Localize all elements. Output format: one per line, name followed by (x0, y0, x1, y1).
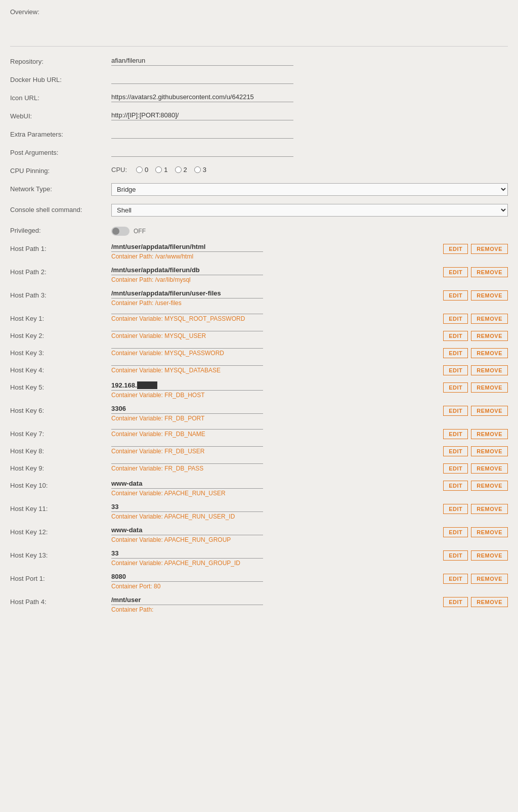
path-key-row: Host Key 6:3306Container Variable: FR_DB… (10, 402, 508, 425)
edit-button[interactable]: EDIT (443, 527, 468, 537)
path-key-sub: Container Variable: APACHE_RUN_GROUP (111, 536, 433, 543)
edit-button[interactable]: EDIT (443, 406, 468, 416)
docker-hub-url-input[interactable] (111, 74, 293, 84)
button-group: EDITREMOVE (443, 381, 508, 393)
path-key-sub: Container Variable: APACHE_RUN_GROUP_ID (111, 560, 433, 567)
webui-input[interactable] (111, 110, 293, 120)
button-group: EDITREMOVE (443, 573, 508, 584)
edit-button[interactable]: EDIT (443, 331, 468, 341)
extra-params-input[interactable] (111, 129, 293, 139)
webui-row: WebUI: (10, 106, 508, 124)
button-group: EDITREMOVE (443, 549, 508, 561)
remove-button[interactable]: REMOVE (471, 481, 508, 491)
edit-button[interactable]: EDIT (443, 481, 468, 491)
remove-button[interactable]: REMOVE (471, 348, 508, 358)
network-type-control: Bridge Shell (111, 183, 508, 196)
remove-button[interactable]: REMOVE (471, 504, 508, 514)
edit-button[interactable]: EDIT (443, 504, 468, 514)
network-type-select[interactable]: Bridge Shell (111, 183, 508, 196)
path-key-value (111, 445, 263, 447)
remove-button[interactable]: REMOVE (471, 406, 508, 416)
path-key-sub: Container Path: (111, 606, 433, 613)
path-key-row: Host Path 3:/mnt/user/appdata/filerun/us… (10, 286, 508, 310)
remove-button[interactable]: REMOVE (471, 597, 508, 607)
edit-button[interactable]: EDIT (443, 267, 468, 277)
privileged-row: Privileged: OFF (10, 221, 508, 240)
remove-button[interactable]: REMOVE (471, 446, 508, 456)
path-key-value: 192.168. (111, 381, 263, 391)
remove-button[interactable]: REMOVE (471, 290, 508, 301)
edit-button[interactable]: EDIT (443, 244, 468, 254)
cpu-option-0[interactable]: 0 (136, 166, 148, 174)
path-key-label: Host Key 6: (10, 405, 111, 414)
edit-button[interactable]: EDIT (443, 314, 468, 324)
icon-url-input[interactable] (111, 92, 293, 102)
post-args-input[interactable] (111, 147, 293, 157)
repository-control (111, 56, 508, 66)
path-key-label: Host Path 3: (10, 289, 111, 299)
remove-button[interactable]: REMOVE (471, 267, 508, 277)
edit-button[interactable]: EDIT (443, 429, 468, 439)
path-key-value (111, 313, 263, 314)
remove-button[interactable]: REMOVE (471, 382, 508, 393)
button-group: EDITREMOVE (443, 347, 508, 358)
edit-button[interactable]: EDIT (443, 597, 468, 607)
edit-button[interactable]: EDIT (443, 382, 468, 393)
cpu-option-1[interactable]: 1 (155, 166, 167, 174)
remove-button[interactable]: REMOVE (471, 244, 508, 254)
edit-button[interactable]: EDIT (443, 290, 468, 301)
path-key-content: 33Container Variable: APACHE_RUN_GROUP_I… (111, 549, 433, 567)
path-key-sub: Container Variable: FR_DB_PORT (111, 415, 433, 422)
edit-button[interactable]: EDIT (443, 365, 468, 375)
path-key-value: 33 (111, 503, 263, 512)
repository-input[interactable] (111, 56, 293, 66)
path-key-value (111, 330, 263, 331)
button-group: EDITREMOVE (443, 445, 508, 456)
remove-button[interactable]: REMOVE (471, 429, 508, 439)
edit-button[interactable]: EDIT (443, 463, 468, 474)
post-args-control (111, 147, 508, 157)
path-key-value: /mnt/user (111, 596, 263, 605)
edit-button[interactable]: EDIT (443, 574, 468, 584)
cpu-option-3[interactable]: 3 (194, 166, 206, 174)
remove-button[interactable]: REMOVE (471, 365, 508, 375)
path-key-content: www-dataContainer Variable: APACHE_RUN_G… (111, 526, 433, 543)
form-section: Repository: Docker Hub URL: Icon URL: We… (10, 46, 508, 240)
path-key-label: Host Path 2: (10, 266, 111, 276)
remove-button[interactable]: REMOVE (471, 331, 508, 341)
cpu-pinning-label: CPU Pinning: (10, 165, 111, 175)
path-key-content: Container Variable: MYSQL_PASSWORD (111, 347, 433, 357)
path-key-row: Host Key 2:Container Variable: MYSQL_USE… (10, 327, 508, 344)
webui-control (111, 110, 508, 120)
path-key-value: 33 (111, 549, 263, 559)
edit-button[interactable]: EDIT (443, 550, 468, 561)
button-group: EDITREMOVE (443, 480, 508, 491)
path-key-sub: Container Variable: MYSQL_PASSWORD (111, 350, 433, 357)
path-key-label: Host Path 4: (10, 596, 111, 606)
remove-button[interactable]: REMOVE (471, 550, 508, 561)
path-key-sub: Container Variable: MYSQL_USER (111, 332, 433, 339)
extra-params-control (111, 129, 508, 139)
path-key-sub: Container Path: /var/lib/mysql (111, 276, 433, 283)
path-key-content: 3306Container Variable: FR_DB_PORT (111, 405, 433, 422)
path-key-label: Host Key 5: (10, 381, 111, 391)
path-key-value (111, 364, 263, 366)
path-key-content: Container Variable: MYSQL_DATABASE (111, 364, 433, 374)
remove-button[interactable]: REMOVE (471, 314, 508, 324)
remove-button[interactable]: REMOVE (471, 527, 508, 537)
privileged-toggle[interactable] (111, 227, 130, 236)
post-args-label: Post Arguments: (10, 147, 111, 156)
edit-button[interactable]: EDIT (443, 348, 468, 358)
console-shell-select[interactable]: Shell (111, 204, 508, 217)
path4-section: Host Path 4:/mnt/userContainer Path:EDIT… (10, 593, 508, 616)
remove-button[interactable]: REMOVE (471, 463, 508, 474)
path-key-value: 3306 (111, 405, 263, 414)
edit-button[interactable]: EDIT (443, 446, 468, 456)
button-group: EDITREMOVE (443, 596, 508, 607)
remove-button[interactable]: REMOVE (471, 574, 508, 584)
repository-row: Repository: (10, 52, 508, 70)
path-key-value (111, 462, 263, 464)
overview-label: Overview: (10, 8, 508, 16)
button-group: EDITREMOVE (443, 405, 508, 416)
cpu-option-2[interactable]: 2 (175, 166, 187, 174)
